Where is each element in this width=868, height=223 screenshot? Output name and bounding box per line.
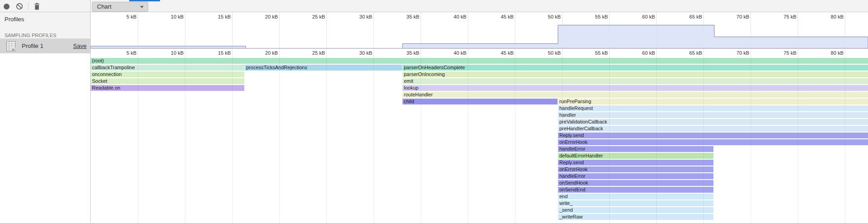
flame-ruler-gridline xyxy=(751,49,751,57)
flame-bar[interactable]: handleRequest xyxy=(558,105,868,111)
sidebar-item-profile-1[interactable]: % Profile 1 Save xyxy=(0,38,90,53)
chevron-down-icon xyxy=(140,6,144,8)
flame-ruler-gridline xyxy=(373,49,374,57)
overview-tick-label: 60 kB xyxy=(629,14,655,19)
ban-icon[interactable] xyxy=(16,3,23,10)
flame-bar[interactable]: defaultErrorHandler xyxy=(558,153,713,159)
flame-bar[interactable]: (root) xyxy=(91,58,868,64)
flame-gridline xyxy=(138,57,138,223)
flame-bar[interactable]: handleError xyxy=(558,146,713,152)
view-tabstrip: Chart xyxy=(91,0,868,12)
flame-ruler-tick-label: 30 kB xyxy=(346,50,372,56)
flame-bar[interactable]: Reply.send xyxy=(558,160,713,166)
flame-bar[interactable]: handleError xyxy=(558,173,713,179)
overview-tick-label: 40 kB xyxy=(441,14,466,19)
flame-bar[interactable]: runPreParsing xyxy=(558,99,868,104)
chart-view-dropdown-label: Chart xyxy=(97,3,112,10)
svg-text:%: % xyxy=(11,47,15,52)
flame-bar[interactable]: write_ xyxy=(558,200,713,206)
overview-tick-label: 15 kB xyxy=(205,14,231,19)
flame-ruler-tick-label: 25 kB xyxy=(299,50,325,56)
flame-ruler-gridline xyxy=(515,49,515,57)
overview-tick-label: 20 kB xyxy=(252,14,278,19)
flame-bar[interactable]: onSendEnd xyxy=(558,187,713,193)
profiles-sidebar: Profiles SAMPLING PROFILES % Profile 1 S… xyxy=(0,12,91,223)
flame-ruler-gridline xyxy=(468,49,468,57)
flame-bar[interactable]: preValidationCallback xyxy=(558,119,868,125)
overview-tick-label: 5 kB xyxy=(111,14,136,19)
flame-ruler-tick-label: 10 kB xyxy=(158,50,184,56)
overview-tick-label: 65 kB xyxy=(676,14,702,19)
page-title: Profiles xyxy=(5,16,24,23)
toolbar-divider xyxy=(28,2,29,10)
memory-overview-pane[interactable]: 5 kB10 kB15 kB20 kB25 kB30 kB35 kB40 kB4… xyxy=(91,12,868,49)
flame-gridline xyxy=(562,57,563,223)
flame-ruler-gridline xyxy=(232,49,233,57)
flame-ruler-tick-label: 15 kB xyxy=(205,50,231,56)
flame-bar[interactable]: onconnection xyxy=(91,71,244,77)
flame-gridline xyxy=(468,57,468,223)
flame-bar[interactable]: child xyxy=(402,99,558,104)
overview-tick-label: 30 kB xyxy=(346,14,372,19)
flame-gridline xyxy=(703,57,704,223)
flame-bar[interactable]: onSendHook xyxy=(558,180,713,186)
flame-gridline xyxy=(373,57,374,223)
flame-gridline xyxy=(845,57,845,223)
flame-chart: (root)callbackTrampolineprocessTicksAndR… xyxy=(91,57,868,223)
flame-ruler-gridline xyxy=(798,49,798,57)
chart-view-dropdown[interactable]: Chart xyxy=(92,2,148,12)
flame-ruler-tick-label: 20 kB xyxy=(252,50,278,56)
flame-ruler-gridline xyxy=(185,49,185,57)
sampling-profiles-section-title: SAMPLING PROFILES xyxy=(5,33,56,38)
flame-bar[interactable]: onErrorHook xyxy=(558,139,868,145)
flame-ruler-gridline xyxy=(326,49,327,57)
overview-tick-label: 25 kB xyxy=(299,14,325,19)
flame-gridline xyxy=(185,57,185,223)
save-link[interactable]: Save xyxy=(73,38,87,53)
flame-bar[interactable]: Readable.on xyxy=(91,85,244,91)
flame-gridline xyxy=(515,57,515,223)
flame-bar[interactable]: onErrorHook xyxy=(558,166,713,172)
flame-gridline xyxy=(232,57,233,223)
flame-ruler-tick-label: 5 kB xyxy=(111,50,136,56)
flame-gridline xyxy=(326,57,327,223)
flame-chart-ruler: 5 kB10 kB15 kB20 kB25 kB30 kB35 kB40 kB4… xyxy=(91,49,868,57)
flame-ruler-gridline xyxy=(656,49,657,57)
flame-ruler-gridline xyxy=(279,49,280,57)
record-icon[interactable] xyxy=(4,4,10,9)
flame-bar[interactable]: end xyxy=(558,194,713,199)
overview-tick-label: 35 kB xyxy=(393,14,419,19)
flame-ruler-tick-label: 70 kB xyxy=(723,50,749,56)
overview-tick-label: 55 kB xyxy=(582,14,608,19)
flame-bar[interactable]: processTicksAndRejections xyxy=(245,65,402,71)
flame-bar[interactable]: handler xyxy=(558,112,868,118)
overview-tick-label: 75 kB xyxy=(771,14,796,19)
flame-ruler-gridline xyxy=(609,49,610,57)
flame-ruler-tick-label: 35 kB xyxy=(393,50,419,56)
trash-icon[interactable] xyxy=(34,3,40,10)
flame-ruler-tick-label: 50 kB xyxy=(535,50,561,56)
flame-ruler-tick-label: 45 kB xyxy=(488,50,514,56)
flame-gridline xyxy=(609,57,610,223)
flame-ruler-tick-label: 60 kB xyxy=(629,50,655,56)
flame-ruler-gridline xyxy=(421,49,421,57)
flame-bar[interactable]: preHandlerCallback xyxy=(558,126,868,132)
active-tab-underline xyxy=(129,0,160,1)
flame-ruler-tick-label: 65 kB xyxy=(676,50,702,56)
flame-bar[interactable]: Socket xyxy=(91,78,244,84)
flame-ruler-gridline xyxy=(703,49,704,57)
flame-gridline xyxy=(279,57,280,223)
flame-bar[interactable]: Reply.send xyxy=(558,133,868,138)
flame-bar[interactable]: _send xyxy=(558,207,713,213)
profile-item-label: Profile 1 xyxy=(22,38,44,53)
flame-ruler-gridline xyxy=(138,49,138,57)
flame-gridline xyxy=(798,57,798,223)
flame-ruler-tick-label: 40 kB xyxy=(441,50,466,56)
profiles-toolbar xyxy=(0,0,91,12)
flame-bar[interactable]: _writeRaw xyxy=(558,214,713,220)
overview-tick-label: 45 kB xyxy=(488,14,514,19)
flame-gridline xyxy=(751,57,751,223)
overview-tick-label: 50 kB xyxy=(535,14,561,19)
flame-bar[interactable]: callbackTrampoline xyxy=(91,65,244,71)
flame-gridline xyxy=(421,57,421,223)
